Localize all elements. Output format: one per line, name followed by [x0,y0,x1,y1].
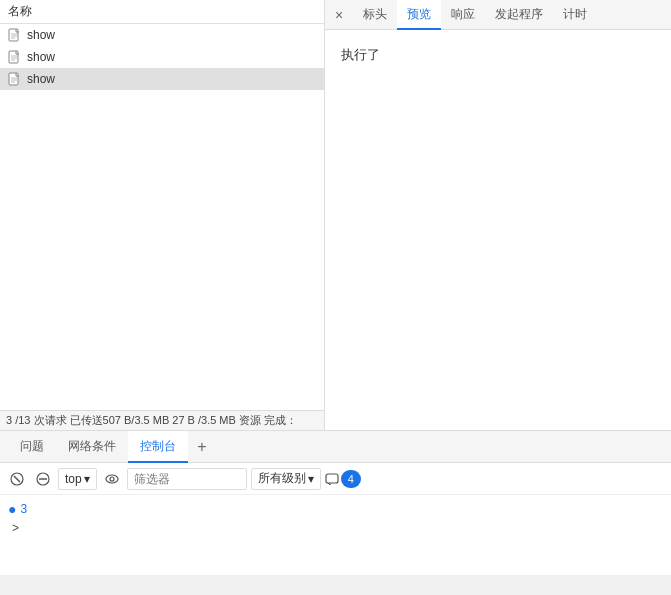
file-icon [8,28,22,42]
filter-input[interactable] [127,468,247,490]
context-label: top [65,472,82,486]
circle-icon: ● [8,501,16,517]
error-count-line: ● 3 [8,499,663,519]
status-text: 3 /13 次请求 已传送507 B/3.5 MB 27 B /3.5 MB 资… [6,413,297,428]
tab-header[interactable]: 标头 [353,0,397,30]
console-tabs: 问题 网络条件 控制台 + [0,431,671,463]
console-panel: 问题 网络条件 控制台 + top ▾ [0,430,671,575]
console-prompt[interactable]: > [8,519,663,537]
eye-button[interactable] [101,468,123,490]
right-panel: × 标头 预览 响应 发起程序 计时 执行了 [325,0,671,430]
tab-initiator[interactable]: 发起程序 [485,0,553,30]
error-count: 3 [20,502,27,516]
tab-close-button[interactable]: × [329,5,349,25]
tab-console[interactable]: 控制台 [128,431,188,463]
svg-rect-8 [9,73,18,85]
chat-icon [325,472,339,486]
list-item[interactable]: show [0,68,324,90]
clear-icon [10,472,24,486]
eye-icon [104,472,120,486]
block-button[interactable] [32,468,54,490]
level-dropdown[interactable]: 所有级别 ▾ [251,468,321,490]
context-dropdown[interactable]: top ▾ [58,468,97,490]
status-bar: 3 /13 次请求 已传送507 B/3.5 MB 27 B /3.5 MB 资… [0,410,324,430]
file-list-title: 名称 [8,3,32,20]
block-icon [36,472,50,486]
console-body: ● 3 > [0,495,671,575]
svg-point-17 [110,477,114,481]
chevron-down-icon: ▾ [308,472,314,486]
clear-console-button[interactable] [6,468,28,490]
file-icon [8,50,22,64]
file-icon [8,72,22,86]
tab-timing[interactable]: 计时 [553,0,597,30]
response-text: 执行了 [341,46,655,64]
level-label: 所有级别 [258,470,306,487]
right-tabs: × 标头 预览 响应 发起程序 计时 [325,0,671,30]
svg-line-13 [14,476,20,482]
file-name: show [27,50,55,64]
list-item[interactable]: show [0,46,324,68]
list-item[interactable]: show [0,24,324,46]
file-list-header: 名称 [0,0,324,24]
svg-rect-4 [9,51,18,63]
file-list-items: show show [0,24,324,410]
add-tab-button[interactable]: + [188,433,216,461]
tab-response[interactable]: 响应 [441,0,485,30]
file-name: show [27,72,55,86]
tab-issues[interactable]: 问题 [8,431,56,463]
right-content: 执行了 [325,30,671,430]
svg-rect-18 [326,474,338,483]
svg-rect-0 [9,29,18,41]
tab-network-conditions[interactable]: 网络条件 [56,431,128,463]
issues-count-badge: 4 [341,470,361,488]
svg-point-16 [106,475,118,483]
file-name: show [27,28,55,42]
console-toolbar: top ▾ 所有级别 ▾ 4 [0,463,671,495]
tab-preview[interactable]: 预览 [397,0,441,30]
issues-button[interactable]: 4 [325,468,361,490]
file-list: 名称 show [0,0,325,430]
chevron-down-icon: ▾ [84,472,90,486]
